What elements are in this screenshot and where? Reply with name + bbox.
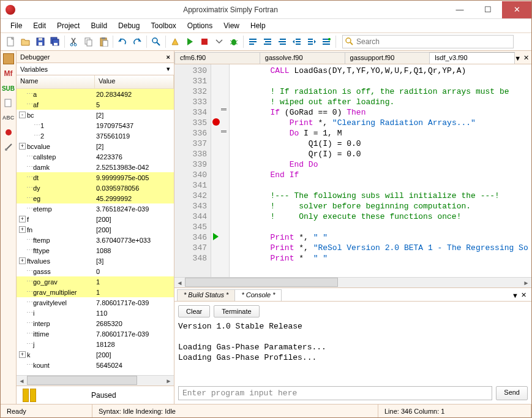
menu-toolbox[interactable]: Toolbox bbox=[146, 20, 181, 31]
expand-icon[interactable]: - bbox=[19, 112, 26, 118]
debug-icon[interactable] bbox=[227, 35, 241, 48]
tabs-dropdown-icon[interactable]: ▼ bbox=[514, 55, 521, 62]
variable-row[interactable]: ⋯ damk2.52513983e-042 bbox=[17, 162, 174, 172]
step-out-icon[interactable] bbox=[275, 35, 289, 48]
maximize-button[interactable]: ☐ bbox=[474, 1, 502, 18]
bookmark-icon[interactable] bbox=[320, 35, 333, 48]
menu-options[interactable]: Options bbox=[182, 20, 217, 31]
code-area[interactable]: CALL LoadGas(DY,T,YF,YO,W,U,F,Q1,Qr,YP,A… bbox=[230, 64, 531, 277]
menu-file[interactable]: File bbox=[6, 20, 27, 31]
expand-icon[interactable]: + bbox=[19, 143, 26, 150]
console-input[interactable]: Enter program input here bbox=[178, 386, 492, 400]
open-file-icon[interactable] bbox=[19, 35, 32, 48]
menu-project[interactable]: Project bbox=[52, 20, 84, 31]
editor-hscroll[interactable]: ◄► bbox=[174, 277, 531, 287]
menu-help[interactable]: Help bbox=[245, 20, 271, 31]
code-editor[interactable]: 330 331 332 333 334 335 336 337 338 339 … bbox=[174, 64, 531, 277]
undo-icon[interactable] bbox=[116, 35, 129, 48]
editor-margin[interactable] bbox=[211, 64, 230, 277]
variable-row[interactable]: ⋯ etemp3.76518247e-039 bbox=[17, 203, 174, 214]
menu-edit[interactable]: Edit bbox=[28, 20, 51, 31]
indent-icon[interactable] bbox=[290, 35, 304, 48]
menu-build[interactable]: Build bbox=[86, 20, 112, 31]
variable-row[interactable]: ⋯ 2375561019 bbox=[17, 131, 174, 141]
variable-row[interactable]: ⋯ af5 bbox=[17, 99, 174, 110]
debugger-close-icon[interactable]: × bbox=[167, 53, 170, 61]
menu-debug[interactable]: Debug bbox=[113, 20, 144, 31]
variables-list[interactable]: ⋯ a20.2834492⋯ af5- bc[2]⋯ 11970975437⋯ … bbox=[17, 89, 174, 375]
expand-icon[interactable]: + bbox=[19, 257, 26, 264]
col-value[interactable]: Value bbox=[95, 75, 174, 89]
run-dropdown-icon[interactable] bbox=[212, 35, 226, 48]
variable-row[interactable]: ⋯ kount5645024 bbox=[17, 360, 174, 370]
variable-row[interactable]: ⋯ interp2685320 bbox=[17, 318, 174, 329]
clear-button[interactable]: Clear bbox=[178, 305, 210, 317]
tab-console[interactable]: * Console * bbox=[234, 289, 282, 301]
modules-panel-icon[interactable]: Mf bbox=[3, 68, 14, 79]
expand-icon[interactable]: + bbox=[19, 351, 26, 358]
step-into-icon[interactable] bbox=[261, 35, 274, 48]
terminate-button[interactable]: Terminate bbox=[214, 305, 259, 317]
variable-row[interactable]: ⋯ ittime7.80601717e-039 bbox=[17, 329, 174, 339]
expand-icon[interactable]: + bbox=[19, 216, 26, 222]
expand-icon[interactable]: + bbox=[19, 226, 26, 233]
new-file-icon[interactable] bbox=[4, 35, 18, 48]
search-input[interactable] bbox=[356, 37, 511, 46]
variable-row[interactable]: ⋯ go_grav1 bbox=[17, 276, 174, 287]
redo-icon[interactable] bbox=[130, 35, 144, 48]
symbols-panel-icon[interactable]: ABC bbox=[3, 112, 14, 123]
variable-row[interactable]: ⋯ a20.2834492 bbox=[17, 89, 174, 99]
save-all-icon[interactable] bbox=[48, 35, 62, 48]
find-icon[interactable] bbox=[149, 35, 163, 48]
variable-row[interactable]: ⋯ gravitylevel7.80601717e-039 bbox=[17, 297, 174, 308]
step-over-icon[interactable] bbox=[246, 35, 260, 48]
variable-row[interactable]: + k[200] bbox=[17, 349, 174, 360]
variable-row[interactable]: ⋯ dt9.99999975e-005 bbox=[17, 172, 174, 183]
stop-icon[interactable] bbox=[198, 35, 211, 48]
breakpoint-icon[interactable] bbox=[212, 118, 220, 126]
menu-view[interactable]: View bbox=[219, 20, 244, 31]
send-button[interactable]: Send bbox=[496, 386, 528, 400]
tab-build-status[interactable]: * Build Status * bbox=[177, 289, 235, 301]
variable-row[interactable]: ⋯ i110 bbox=[17, 308, 174, 318]
variable-row[interactable]: ⋯ 11970975437 bbox=[17, 120, 174, 131]
tab-cfm6[interactable]: cfm6.f90 bbox=[174, 52, 260, 64]
project-panel-icon[interactable] bbox=[3, 53, 14, 64]
paste-icon[interactable] bbox=[97, 35, 110, 48]
tab-lsdf[interactable]: lsdf_v3.f90 bbox=[429, 52, 515, 64]
tab-gassolve[interactable]: gassolve.f90 bbox=[260, 52, 345, 64]
variable-row[interactable]: + f[200] bbox=[17, 214, 174, 224]
fold-icon[interactable] bbox=[221, 131, 227, 132]
variable-row[interactable]: ⋯ gasss0 bbox=[17, 266, 174, 276]
tab-gassupport[interactable]: gassupport.f90 bbox=[345, 52, 430, 64]
breakpoints-panel-icon[interactable] bbox=[3, 127, 14, 138]
cut-icon[interactable] bbox=[67, 35, 81, 48]
variable-row[interactable]: ⋯ grav_multiplier1 bbox=[17, 287, 174, 297]
copy-icon[interactable] bbox=[82, 35, 96, 48]
variable-row[interactable]: ⋯ eg45.2999992 bbox=[17, 193, 174, 203]
variable-row[interactable]: ⋯ dy0.0395978056 bbox=[17, 183, 174, 193]
col-name[interactable]: Name bbox=[17, 75, 95, 89]
variable-row[interactable]: + bcvalue[2] bbox=[17, 141, 174, 151]
variable-row[interactable]: ⋯ fttype1088 bbox=[17, 245, 174, 256]
bottom-close-icon[interactable]: ✕ bbox=[521, 291, 526, 299]
files-panel-icon[interactable] bbox=[3, 97, 14, 108]
run-icon[interactable] bbox=[183, 35, 197, 48]
variable-row[interactable]: + fn[200] bbox=[17, 224, 174, 235]
close-button[interactable]: ✕ bbox=[502, 1, 531, 18]
variable-row[interactable]: ⋯ j18128 bbox=[17, 339, 174, 349]
tools-panel-icon[interactable] bbox=[3, 142, 14, 153]
subroutines-panel-icon[interactable]: SUB bbox=[3, 83, 14, 94]
variable-row[interactable]: - bc[2] bbox=[17, 110, 174, 120]
outdent-icon[interactable] bbox=[305, 35, 318, 48]
tabs-close-icon[interactable]: ✕ bbox=[523, 54, 529, 62]
vars-hscroll[interactable]: ◄► bbox=[17, 375, 174, 386]
search-box[interactable] bbox=[342, 35, 514, 48]
build-icon[interactable] bbox=[168, 35, 182, 48]
variable-row[interactable]: ⋯ ftemp3.67040773e+033 bbox=[17, 235, 174, 245]
variable-row[interactable]: ⋯ callstep4223376 bbox=[17, 151, 174, 162]
minimize-button[interactable]: — bbox=[446, 1, 474, 18]
save-icon[interactable] bbox=[34, 35, 47, 48]
variable-row[interactable]: + ftvalues[3] bbox=[17, 256, 174, 266]
variables-header[interactable]: Variables ▾ bbox=[17, 63, 174, 75]
